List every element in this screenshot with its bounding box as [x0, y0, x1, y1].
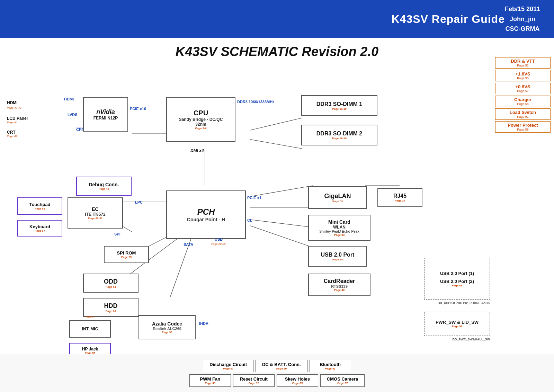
- ddr3-sodimm2-page: Page 16-19: [332, 137, 347, 140]
- spirom-box: SPI ROM Page 29: [104, 246, 149, 263]
- lpc-label: LPC: [135, 200, 143, 204]
- cardreader-page: Page 40: [334, 288, 345, 292]
- azalia-box: Azalia Codec Realtek ALC269 Page 36: [138, 315, 196, 339]
- discharge-box[interactable]: Discharge Circuit Page 57: [203, 360, 253, 372]
- usb-port-label: USB 2.0 Port: [321, 252, 355, 258]
- nvidia-sub: FERMI N12P: [93, 116, 118, 121]
- ddr3-sodimm2-label: DDR3 SO-DIMM 2: [316, 131, 362, 137]
- pch-title: PCH: [197, 207, 215, 217]
- debug-conn-box: Debug Conn. Page 44: [76, 177, 132, 196]
- ec-sub: ITE IT8572: [85, 212, 105, 217]
- ec-box: EC ITE IT8572 Page 30-31: [68, 197, 123, 229]
- azalia-label: Azalia Codec: [152, 321, 182, 327]
- cpu-sub1: Sandy Bridge - DC/QC: [179, 117, 223, 122]
- ddr3-sodimm2-box: DDR3 SO-DIMM 2 Page 16-19: [301, 125, 377, 145]
- cl-label: CL: [247, 218, 252, 222]
- rj45-box: RJ45 Page 34: [377, 188, 422, 207]
- main-content: K43SV SCHEMATIC Revision 2.0 DDR & VTT P…: [0, 38, 554, 392]
- cardreader-box: CardReader RTSS139 Page 40: [308, 274, 370, 296]
- nav-charger[interactable]: Charger Page 58: [495, 96, 551, 107]
- hdmi-page: Page 48-49: [7, 106, 21, 109]
- page-title: K43SV Repair Guide: [391, 13, 504, 26]
- svg-line-12: [170, 229, 195, 297]
- keyboard-box: Keyboard Page 67: [17, 220, 62, 237]
- ec-page: Page 30-31: [88, 217, 102, 220]
- nav-1v8[interactable]: +1.8VS Page 53: [495, 70, 551, 81]
- usb-port2-page: Page 69: [452, 284, 462, 287]
- pch-sub: Cougar Point - H: [187, 217, 225, 222]
- bottom-row-2: PWM Fan Page 50 Reset Circuit Page 32 Sk…: [189, 374, 365, 387]
- lvds-label: LVDS: [68, 113, 78, 117]
- usb-port-box: USB 2.0 Port Page 64: [308, 246, 367, 267]
- keyboard-label: Keyboard: [29, 224, 50, 229]
- rj45-page: Page 34: [395, 199, 405, 202]
- hdd-page: Page 61: [106, 310, 116, 313]
- nav-load-switch[interactable]: Load Switch Page 91: [495, 108, 551, 120]
- nav-0v8[interactable]: +0.8VS Page 57: [495, 83, 551, 94]
- svg-line-2: [250, 140, 303, 149]
- cpu-title: CPU: [194, 109, 208, 117]
- azalia-page: Page 36: [162, 331, 172, 334]
- usb-dashed-box: USB 2.0 Port (1) USB 2.0 Port (2) Page 6…: [424, 258, 490, 300]
- nvidia-box: nVidia FERMI N12P: [83, 97, 128, 132]
- lcd-page: Page 46: [7, 121, 28, 124]
- pwr-sw-label: PWR_SW & LID_SW: [436, 320, 479, 325]
- wlan-label: WLAN: [333, 225, 346, 230]
- dc-batt-box[interactable]: DC & BATT. Conn. Page 60: [256, 360, 307, 372]
- keyboard-page: Page 67: [35, 229, 45, 232]
- right-nav: DDR & VTT Page 52 +1.8VS Page 53 +0.8VS …: [495, 57, 551, 133]
- shirley-page: Page 53: [334, 233, 345, 237]
- dmi-label: DMI x4: [190, 148, 204, 153]
- usb-port1-label: USB 2.0 Port (1): [440, 271, 474, 276]
- mini-card-label: Mini Card: [328, 219, 350, 225]
- usb-label: USB: [215, 237, 223, 241]
- debug-label: Debug Conn.: [89, 182, 119, 187]
- bluetooth-box[interactable]: Bluetooth Page 81: [310, 360, 351, 372]
- pwm-fan-box[interactable]: PWM Fan Page 50: [189, 374, 231, 387]
- nav-power-protect[interactable]: Power Protect Page 58: [495, 121, 551, 133]
- pcie-x16-label: PCIE x16: [130, 107, 146, 111]
- pwr-sw-dashed-box: PWR_SW & LID_SW Page 56: [424, 312, 490, 336]
- crt-page: Page 47: [7, 135, 17, 138]
- int-mic-box: INT. MIC: [69, 320, 111, 338]
- azalia-sub: Realtek ALC269: [153, 327, 181, 331]
- int-mic-label: INT. MIC: [82, 327, 98, 331]
- odd-box: ODD Page 61: [83, 274, 138, 293]
- svg-line-7: [250, 226, 313, 247]
- skew-holes-box[interactable]: Skew Holes Page 65: [277, 374, 318, 387]
- svg-line-4: [250, 186, 313, 196]
- nvidia-label: nVidia: [96, 108, 115, 116]
- cpu-page: Page 3-6: [195, 127, 207, 130]
- spirom-page: Page 29: [121, 256, 132, 259]
- ddr3-sodimm1-box: DDR3 SO-DIMM 1 Page 16-19: [301, 95, 377, 116]
- pch-page: Page 20-29: [211, 242, 225, 246]
- hp-jack-label: HP Jack: [82, 347, 98, 351]
- shirley-label: Shirley Peak/ Echo Peak: [319, 230, 359, 233]
- nav-ddr-vtt[interactable]: DDR & VTT Page 52: [495, 57, 551, 69]
- usb-port2-label: USB 2.0 Port (2): [440, 279, 474, 284]
- cpu-box: CPU Sandy Bridge - DC/QC 32nm Page 3-6: [166, 97, 235, 142]
- hdmi-label: HDMI: [7, 100, 21, 105]
- header-info: Feb/15 2011 John_jin CSC-GRMA: [505, 4, 540, 34]
- ddr3-sodimm1-label: DDR3 SO-DIMM 1: [316, 101, 362, 107]
- gigalan-page: Page 53: [332, 200, 343, 203]
- touchpad-label: Touchpad: [29, 202, 50, 207]
- usb-port-page: Page 64: [332, 258, 343, 261]
- hdd-label: HDD: [104, 302, 118, 310]
- cardreader-sub: RTSS139: [331, 284, 348, 288]
- bottom-row-1: Discharge Circuit Page 57 DC & BATT. Con…: [203, 360, 351, 372]
- cmos-camera-box[interactable]: CMOS Camera Page 67: [320, 374, 365, 387]
- pch-box: PCH Cougar Point - H: [166, 190, 246, 239]
- crt-label: CRT: [7, 130, 17, 135]
- sata-label: SATA: [184, 242, 193, 247]
- touchpad-page: Page 61: [35, 207, 45, 210]
- gigalan-box: GigaLAN Page 53: [308, 186, 367, 209]
- odd-page: Page 61: [106, 285, 116, 288]
- int-mic-page-ref: Page 67: [85, 315, 95, 318]
- reset-circuit-box[interactable]: Reset Circuit Page 32: [233, 374, 275, 387]
- ihda-label: IHDA: [199, 321, 208, 326]
- rj45-label: RJ45: [393, 193, 406, 199]
- pwr-sw-page: Page 56: [452, 325, 462, 328]
- pcie-x1-label: PCIE x1: [247, 196, 261, 200]
- cardreader-label: CardReader: [324, 278, 355, 284]
